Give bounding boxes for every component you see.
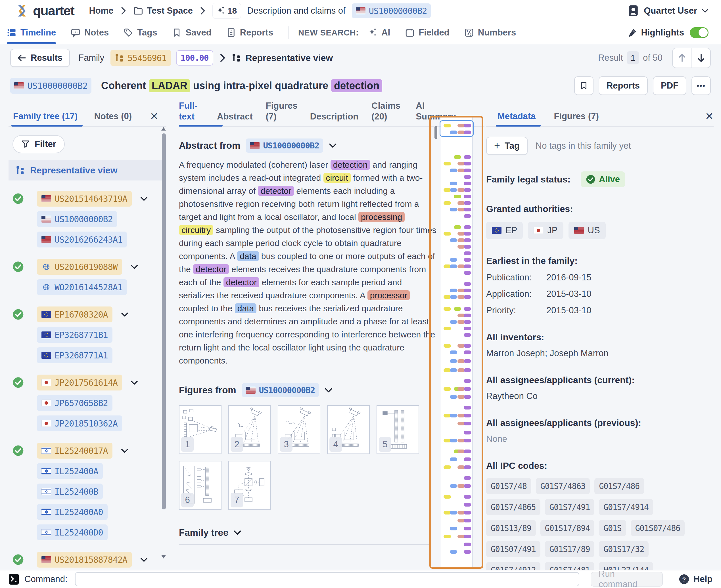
family-group: US201514643719AUS10000000B2US2016266243A… [8, 191, 166, 248]
figures-source-badge[interactable]: US10000000B2 [242, 383, 319, 397]
family-id-badge[interactable]: 55456961 [111, 50, 171, 66]
family-application-badge[interactable]: US201514643719A [37, 191, 132, 207]
chevron-down-icon[interactable] [131, 381, 138, 385]
tab-metadata[interactable]: Metadata [498, 111, 536, 122]
family-publication-row[interactable]: WO2016144528A1 [8, 279, 166, 295]
figure-thumbnail-6[interactable]: 6 [179, 461, 221, 510]
family-application-badge[interactable]: JP2017561614A [37, 375, 122, 391]
tab-tags[interactable]: Tags [123, 22, 157, 44]
tab-reports[interactable]: Reports [226, 22, 273, 44]
family-parent-row[interactable]: IL25240017A [8, 443, 166, 459]
breadcrumb-patent-badge[interactable]: US10000000B2 [352, 3, 431, 18]
chevron-down-icon[interactable] [121, 312, 128, 317]
abstract-source-badge[interactable]: US10000000B2 [246, 139, 323, 153]
family-publication-row[interactable]: IL252400B [8, 484, 166, 500]
family-parent-row[interactable]: US201514643719A [8, 191, 166, 207]
representative-view-item[interactable]: Representative view [8, 160, 166, 181]
family-parent-row[interactable]: JP2017561614A [8, 375, 166, 391]
tab-fielded-search[interactable]: Fielded [405, 22, 449, 44]
breadcrumb-space[interactable]: Test Space [134, 6, 193, 16]
tab-notes[interactable]: Notes [71, 22, 109, 44]
chevron-down-icon[interactable] [131, 265, 138, 269]
family-publication-row[interactable]: JP6570658B2 [8, 395, 166, 411]
family-publication-row[interactable]: IL252400A [8, 463, 166, 479]
add-tag-button[interactable]: + Tag [486, 137, 528, 155]
scroll-down-arrow[interactable] [161, 555, 166, 559]
publication-badge[interactable]: JP2018510362A [37, 416, 122, 432]
chevron-down-icon[interactable] [140, 197, 148, 201]
publication-badge[interactable]: IL252400A [37, 463, 103, 479]
family-parent-row[interactable]: US201815887842A [8, 552, 166, 568]
content-tab-full-text[interactable]: Full-text [179, 101, 204, 122]
highlights-control[interactable]: Highlights [628, 22, 684, 44]
publication-badge[interactable]: US10000000B2 [37, 211, 117, 227]
chevron-down-icon[interactable] [325, 388, 333, 393]
publication-badge[interactable]: IL252400A0 [37, 504, 108, 520]
close-icon[interactable]: ✕ [150, 111, 158, 122]
tab-timeline[interactable]: Timeline [7, 22, 56, 44]
figure-thumbnail-1[interactable]: 1 [179, 405, 221, 454]
content-tab-claims-20-[interactable]: Claims (20) [372, 101, 403, 122]
family-publication-row[interactable]: IL252400A0 [8, 504, 166, 520]
figure-thumbnail-4[interactable]: 4 [327, 405, 370, 454]
previous-result-button[interactable] [673, 48, 692, 67]
user-menu[interactable]: Quartet User [627, 5, 708, 17]
family-publication-row[interactable]: US10000000B2 [8, 211, 166, 227]
highlights-toggle[interactable] [690, 27, 708, 38]
breadcrumb-home[interactable]: Home [89, 6, 113, 16]
scroll-up-arrow[interactable] [161, 127, 166, 130]
family-publication-row[interactable]: JP2018510362A [8, 416, 166, 432]
close-icon[interactable]: ✕ [705, 111, 714, 122]
more-options-button[interactable]: ••• [692, 76, 711, 95]
tab-numbers-search[interactable]: 12 Numbers [464, 22, 516, 44]
chevron-down-icon[interactable] [140, 558, 148, 562]
family-publication-row[interactable]: EP3268771A1 [8, 348, 166, 363]
check-circle-icon [13, 309, 24, 320]
family-application-badge[interactable]: EP16708320A [37, 307, 113, 322]
figure-thumbnail-3[interactable]: 3 [278, 405, 320, 454]
highlighted-term: detector [193, 264, 229, 274]
bookmark-button[interactable] [574, 76, 594, 95]
figure-thumbnail-7[interactable]: 7 [228, 461, 271, 510]
family-publication-row[interactable]: EP3268771B1 [8, 327, 166, 343]
pdf-button[interactable]: PDF [653, 76, 686, 95]
tab-figures[interactable]: Figures (7) [554, 111, 599, 122]
chevron-down-icon[interactable] [329, 143, 337, 148]
command-input[interactable] [75, 572, 579, 586]
back-to-results-button[interactable]: Results [10, 49, 70, 67]
publication-badge[interactable]: JP6570658B2 [37, 395, 113, 411]
publication-badge[interactable]: IL252400B [37, 484, 103, 500]
family-parent-row[interactable]: US2016019088W [8, 259, 166, 275]
family-application-badge[interactable]: US201815887842A [37, 552, 132, 568]
family-application-badge[interactable]: US2016019088W [37, 259, 122, 275]
content-tab-figures-7-[interactable]: Figures (7) [266, 101, 297, 122]
publication-badge[interactable]: WO2016144528A1 [37, 279, 127, 295]
run-command-button[interactable]: Run command [590, 572, 663, 587]
publication-badge[interactable]: EP3268771A1 [37, 348, 113, 363]
publication-badge[interactable]: IL252400D0 [37, 524, 108, 540]
tab-saved[interactable]: Saved [172, 22, 211, 44]
chevron-down-icon[interactable] [121, 449, 128, 453]
authority-pill-ep: EP [486, 222, 523, 239]
sidebar-scrollbar[interactable] [162, 133, 166, 509]
tab-ai-search[interactable]: AI [368, 22, 390, 44]
publication-badge[interactable]: US2016266243A1 [37, 232, 127, 248]
ai-search-count-badge[interactable]: 18 [213, 3, 241, 18]
quartet-logo[interactable]: quartet [15, 3, 74, 18]
filter-button[interactable]: Filter [13, 135, 65, 153]
publication-badge[interactable]: EP3268771B1 [37, 327, 113, 343]
content-tab-abstract[interactable]: Abstract [217, 111, 253, 122]
figure-thumbnail-5[interactable]: 5 [377, 405, 419, 454]
family-parent-row[interactable]: EP16708320A [8, 307, 166, 322]
patent-number-badge[interactable]: US10000000B2 [10, 78, 92, 93]
next-result-button[interactable] [692, 48, 710, 67]
reports-button[interactable]: Reports [599, 76, 648, 95]
figure-thumbnail-2[interactable]: 2 [228, 405, 271, 454]
help-button[interactable]: ? Help [679, 574, 713, 585]
tab-sidebar-notes[interactable]: Notes (0) [94, 111, 132, 122]
family-application-badge[interactable]: IL25240017A [37, 443, 113, 459]
family-publication-row[interactable]: IL252400D0 [8, 524, 166, 540]
content-tab-description[interactable]: Description [310, 111, 359, 122]
family-publication-row[interactable]: US2016266243A1 [8, 232, 166, 248]
tab-family-tree[interactable]: Family tree (17) [13, 111, 78, 122]
